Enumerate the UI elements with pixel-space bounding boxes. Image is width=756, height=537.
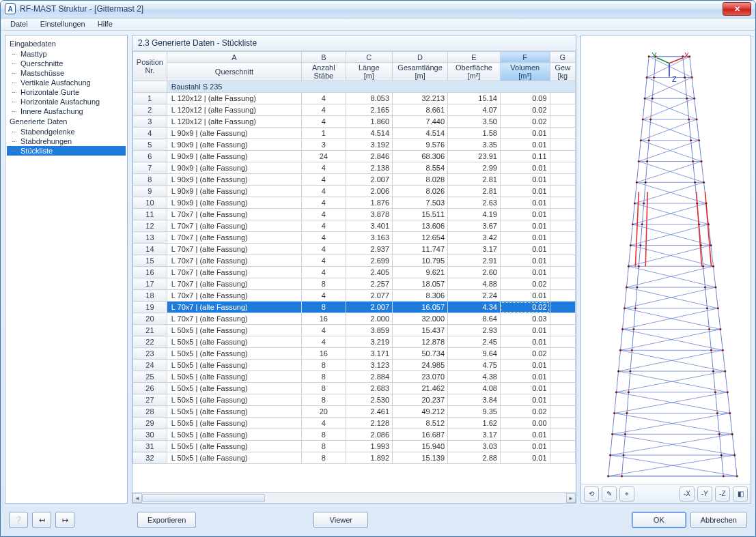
preview-view-x[interactable]: -X xyxy=(680,487,695,502)
preview-view-z[interactable]: -Z xyxy=(715,487,730,502)
menu-hilfe[interactable]: Hilfe xyxy=(92,18,118,29)
preview-view-iso[interactable]: ◧ xyxy=(733,487,748,502)
col-header[interactable]: Oberfläche [m²] xyxy=(448,63,501,81)
prev-button[interactable]: ↤ xyxy=(32,512,51,528)
table-row[interactable]: 26L 50x5 | (alte Fassung)82.68321.4624.0… xyxy=(133,383,576,394)
menu-einstellungen[interactable]: Einstellungen xyxy=(35,18,91,29)
tree-item[interactable]: Mastschüsse xyxy=(7,68,126,78)
col-letter[interactable]: C xyxy=(346,52,393,63)
preview-btn-3[interactable]: ⌖ xyxy=(619,487,634,502)
svg-point-149 xyxy=(622,454,624,456)
table-row[interactable]: 7L 90x9 | (alte Fassung)42.1388.5542.990… xyxy=(133,162,576,174)
tree-item[interactable]: Innere Ausfachung xyxy=(7,106,126,116)
table-row[interactable]: 4L 90x9 | (alte Fassung)14.5144.5141.580… xyxy=(133,128,576,139)
col-letter[interactable]: B xyxy=(302,52,346,63)
tree-item[interactable]: Horizontale Ausfachung xyxy=(7,97,126,106)
table-row[interactable]: 30L 50x5 | (alte Fassung)82.08616.6873.1… xyxy=(133,429,576,441)
scroll-thumb[interactable] xyxy=(142,494,265,502)
table-row[interactable]: 1L 120x12 | (alte Fassung)48.05332.21315… xyxy=(133,93,576,104)
col-letter[interactable]: E xyxy=(448,52,501,63)
grid-scroll[interactable]: Position Nr.ABCDEFGQuerschnittAnzahl Stä… xyxy=(132,51,576,492)
col-header[interactable]: Querschnitt xyxy=(167,63,301,81)
titlebar: A RF-MAST Struktur - [Gittermast 2] ✕ xyxy=(1,1,755,18)
svg-line-17 xyxy=(641,119,697,141)
table-row[interactable]: 22L 50x5 | (alte Fassung)43.21912.8782.4… xyxy=(133,336,576,348)
col-header[interactable]: Gesamtlänge [m] xyxy=(393,63,448,81)
scroll-right-arrow[interactable]: ► xyxy=(566,493,576,503)
table-row[interactable]: 10L 90x9 | (alte Fassung)41.8767.5032.63… xyxy=(133,197,576,209)
table-row[interactable]: 11L 70x7 | (alte Fassung)43.87815.5114.1… xyxy=(133,209,576,220)
col-letter[interactable]: G xyxy=(550,52,575,63)
svg-line-19 xyxy=(641,141,701,162)
table-row[interactable]: 12L 70x7 | (alte Fassung)43.40113.6063.6… xyxy=(133,220,576,232)
tree-group[interactable]: Generierte Daten xyxy=(7,116,126,127)
svg-line-69 xyxy=(645,192,647,266)
scroll-left-arrow[interactable]: ◄ xyxy=(132,493,142,503)
table-row[interactable]: 2L 120x12 | (alte Fassung)42.1658.6614.0… xyxy=(133,104,576,116)
table-row[interactable]: 16L 70x7 | (alte Fassung)42.4059.6212.60… xyxy=(133,267,576,278)
table-row[interactable]: 20L 70x7 | (alte Fassung)162.00032.0008.… xyxy=(133,313,576,325)
table-row[interactable]: 5L 90x9 | (alte Fassung)33.1929.5763.350… xyxy=(133,139,576,151)
close-button[interactable]: ✕ xyxy=(723,2,751,16)
svg-point-132 xyxy=(712,371,714,373)
preview-canvas[interactable]: X Y Z xyxy=(581,35,751,484)
svg-line-156 xyxy=(657,58,669,63)
tree-item[interactable]: Stückliste xyxy=(7,146,126,156)
col-letter[interactable]: D xyxy=(393,52,448,63)
col-letter[interactable]: F xyxy=(500,52,550,63)
table-row[interactable]: 31L 50x5 | (alte Fassung)81.99315.9403.0… xyxy=(133,441,576,452)
horizontal-scrollbar[interactable]: ◄ ► xyxy=(132,492,576,503)
table-row[interactable]: 19L 70x7 | (alte Fassung)82.00716.0574.3… xyxy=(133,302,576,313)
table-row[interactable]: 23L 50x5 | (alte Fassung)163.17150.7349.… xyxy=(133,348,576,360)
tree-item[interactable]: Stabdrehungen xyxy=(7,136,126,146)
section-row[interactable]: Baustahl S 235 xyxy=(133,81,576,93)
svg-point-148 xyxy=(720,454,723,456)
table-row[interactable]: 25L 50x5 | (alte Fassung)82.88423.0704.3… xyxy=(133,371,576,383)
svg-point-123 xyxy=(621,328,624,330)
preview-btn-2[interactable]: ✎ xyxy=(602,487,617,502)
table-row[interactable]: 6L 90x9 | (alte Fassung)242.84668.30623.… xyxy=(133,151,576,162)
table-row[interactable]: 15L 70x7 | (alte Fassung)42.69910.7952.9… xyxy=(133,255,576,267)
ok-button[interactable]: OK xyxy=(632,512,686,528)
col-header[interactable]: Länge [m] xyxy=(346,63,393,81)
svg-point-97 xyxy=(645,182,647,184)
tree-item[interactable]: Vertikale Ausfachung xyxy=(7,78,126,87)
cancel-button[interactable]: Abbrechen xyxy=(690,512,747,528)
parts-list-table[interactable]: Position Nr.ABCDEFGQuerschnittAnzahl Stä… xyxy=(132,51,576,464)
svg-point-79 xyxy=(644,98,646,100)
col-letter[interactable]: A xyxy=(167,52,301,63)
table-row[interactable]: 14L 70x7 | (alte Fassung)42.93711.7473.1… xyxy=(133,244,576,255)
table-row[interactable]: 28L 50x5 | (alte Fassung)202.46149.2129.… xyxy=(133,406,576,418)
col-header[interactable]: Anzahl Stäbe xyxy=(302,63,346,81)
table-row[interactable]: 32L 50x5 | (alte Fassung)81.89215.1392.8… xyxy=(133,452,576,464)
viewer-button[interactable]: Viewer xyxy=(313,512,368,528)
preview-view-y[interactable]: -Y xyxy=(697,487,712,502)
table-row[interactable]: 21L 50x5 | (alte Fassung)43.85915.4372.9… xyxy=(133,325,576,336)
table-row[interactable]: 9L 90x9 | (alte Fassung)42.0068.0262.810… xyxy=(133,186,576,197)
svg-point-104 xyxy=(698,223,700,225)
tree-item[interactable]: Horizontale Gurte xyxy=(7,87,126,97)
svg-line-8 xyxy=(647,57,689,78)
col-header[interactable]: Gew [kg xyxy=(550,63,575,81)
menu-datei[interactable]: Datei xyxy=(5,18,33,29)
table-row[interactable]: 3L 120x12 | (alte Fassung)41.8607.4403.5… xyxy=(133,116,576,128)
tree-group[interactable]: Eingabedaten xyxy=(7,38,126,49)
table-row[interactable]: 29L 50x5 | (alte Fassung)42.1288.5121.62… xyxy=(133,418,576,429)
table-row[interactable]: 27L 50x5 | (alte Fassung)82.53020.2373.8… xyxy=(133,394,576,406)
table-row[interactable]: 24L 50x5 | (alte Fassung)83.12324.9854.7… xyxy=(133,360,576,371)
tree-item[interactable]: Stabendgelenke xyxy=(7,127,126,136)
col-pos[interactable]: Position Nr. xyxy=(133,52,167,81)
help-button[interactable]: ❔ xyxy=(9,512,28,528)
svg-point-115 xyxy=(626,287,628,289)
nav-tree[interactable]: EingabedatenMasttypQuerschnitteMastschüs… xyxy=(5,35,128,504)
tree-item[interactable]: Querschnitte xyxy=(7,59,126,68)
export-button[interactable]: Exportieren xyxy=(137,512,196,528)
preview-btn-1[interactable]: ⟲ xyxy=(584,487,599,502)
table-row[interactable]: 18L 70x7 | (alte Fassung)42.0778.3062.24… xyxy=(133,290,576,302)
table-row[interactable]: 17L 70x7 | (alte Fassung)82.25718.0574.8… xyxy=(133,278,576,290)
table-row[interactable]: 13L 70x7 | (alte Fassung)43.16312.6543.4… xyxy=(133,232,576,244)
table-row[interactable]: 8L 90x9 | (alte Fassung)42.0078.0282.810… xyxy=(133,174,576,186)
col-header[interactable]: Volumen [m³] xyxy=(500,63,550,81)
tree-item[interactable]: Masttyp xyxy=(7,49,126,59)
next-button[interactable]: ↦ xyxy=(55,512,74,528)
